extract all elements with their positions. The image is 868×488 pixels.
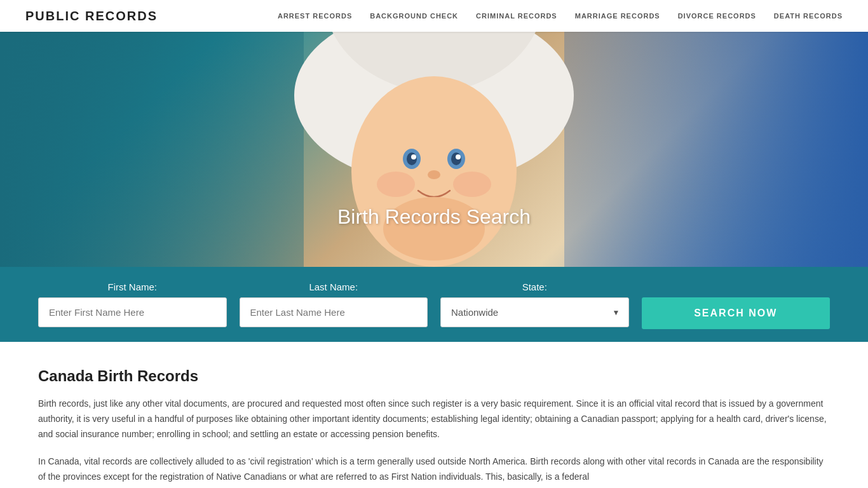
hero-title: Birth Records Search (337, 205, 531, 229)
hero-overlay-left (0, 32, 304, 267)
svg-point-2 (377, 172, 415, 197)
first-name-field: First Name: (38, 281, 227, 327)
svg-point-10 (428, 170, 440, 179)
content-title: Canada Birth Records (38, 367, 830, 385)
svg-point-9 (456, 154, 461, 159)
search-now-button[interactable]: SEARCH NOW (642, 297, 831, 329)
hero-section: Birth Records Search (0, 32, 868, 267)
state-select[interactable]: NationwideAlabamaAlaskaArizonaArkansasCa… (440, 297, 629, 327)
last-name-field: Last Name: (240, 281, 428, 327)
site-header: PUBLIC RECORDS ARREST RECORDSBACKGROUND … (0, 0, 868, 32)
last-name-input[interactable] (240, 297, 428, 327)
nav-item-death-records[interactable]: DEATH RECORDS (774, 12, 843, 20)
nav-item-background-check[interactable]: BACKGROUND CHECK (370, 12, 458, 20)
hero-overlay-right (564, 32, 868, 267)
content-paragraph-2: In Canada, vital records are collectivel… (38, 454, 830, 485)
main-content: Canada Birth Records Birth records, just… (0, 342, 868, 488)
first-name-label: First Name: (38, 281, 227, 292)
state-select-wrapper: NationwideAlabamaAlaskaArizonaArkansasCa… (440, 297, 629, 327)
svg-point-8 (411, 154, 416, 159)
site-logo[interactable]: PUBLIC RECORDS (25, 9, 158, 24)
nav-item-arrest-records[interactable]: ARREST RECORDS (278, 12, 352, 20)
last-name-label: Last Name: (240, 281, 428, 292)
main-nav: ARREST RECORDSBACKGROUND CHECKCRIMINAL R… (278, 12, 843, 20)
content-paragraph-1: Birth records, just like any other vital… (38, 396, 830, 442)
hero-baby-image (269, 32, 599, 267)
nav-item-divorce-records[interactable]: DIVORCE RECORDS (678, 12, 756, 20)
search-bar: First Name: Last Name: State: Nationwide… (0, 267, 868, 342)
first-name-input[interactable] (38, 297, 227, 327)
search-button-wrapper: SEARCH NOW (642, 280, 831, 329)
nav-item-marriage-records[interactable]: MARRIAGE RECORDS (575, 12, 660, 20)
nav-item-criminal-records[interactable]: CRIMINAL RECORDS (476, 12, 557, 20)
svg-point-3 (453, 172, 491, 197)
state-label: State: (440, 281, 629, 292)
state-field: State: NationwideAlabamaAlaskaArizonaArk… (440, 281, 629, 327)
